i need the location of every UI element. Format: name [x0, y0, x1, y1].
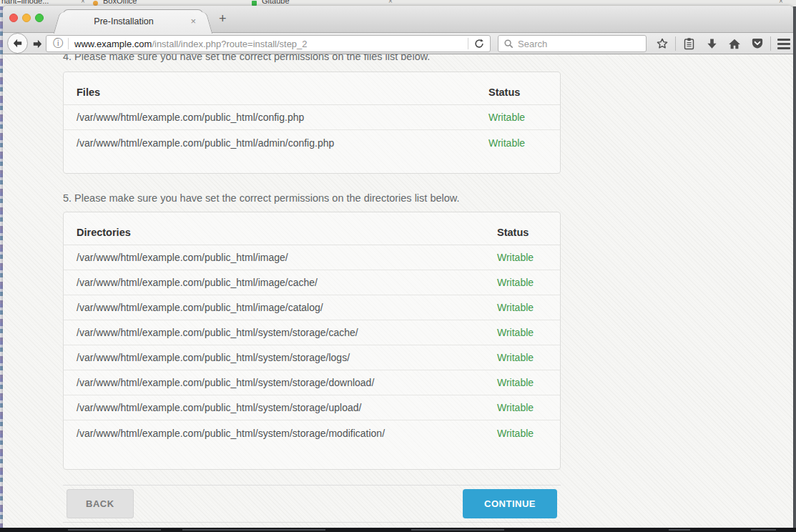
table-row: /var/www/html/example.com/public_html/im… [64, 270, 560, 295]
browser-titlebar: Pre-Installation × + [3, 6, 793, 33]
home-button[interactable] [723, 38, 746, 50]
status-value: Writable [497, 402, 534, 413]
table-row: /var/www/html/example.com/public_html/ad… [64, 130, 560, 155]
url-path: /install/index.php?route=install/step_2 [152, 39, 307, 49]
status-column-header: Status [488, 87, 520, 98]
directories-column-header: Directories [77, 227, 131, 238]
back-button[interactable] [7, 33, 28, 54]
background-tab-label: BoxOffice [103, 0, 137, 5]
directory-path: /var/www/html/example.com/public_html/im… [77, 302, 323, 313]
status-value: Writable [497, 252, 534, 263]
bookmark-star-button[interactable] [651, 37, 674, 50]
forward-button[interactable] [30, 36, 44, 51]
pocket-button[interactable] [746, 38, 769, 49]
status-value: Writable [497, 302, 534, 313]
status-value: Writable [497, 428, 534, 439]
reading-list-button[interactable] [677, 37, 700, 50]
background-tab-label: hant=linode... [1, 0, 49, 5]
background-tab-close-icon: × [779, 0, 783, 5]
files-column-header: Files [77, 87, 100, 98]
browser-navbar: ⓘ www.example.com/install/index.php?rout… [3, 33, 793, 54]
toolbar-divider [770, 36, 771, 51]
directory-path: /var/www/html/example.com/public_html/sy… [77, 352, 350, 363]
toolbar-divider [675, 36, 676, 51]
clipboard-icon [683, 37, 695, 50]
directory-path: /var/www/html/example.com/public_html/im… [77, 277, 318, 288]
zoom-window-button[interactable] [35, 14, 44, 22]
status-value: Writable [488, 112, 525, 123]
directory-path: /var/www/html/example.com/public_html/sy… [77, 377, 374, 388]
background-tab-close-icon: × [81, 0, 85, 5]
directory-path: /var/www/html/example.com/public_html/sy… [77, 327, 358, 338]
directories-table-header: Directories Status [64, 212, 560, 245]
status-value: Writable [497, 327, 534, 338]
table-row: /var/www/html/example.com/public_html/co… [64, 105, 560, 130]
status-value: Writable [488, 137, 525, 149]
background-window-right-edge [793, 6, 796, 532]
close-window-button[interactable] [9, 14, 18, 22]
file-path: /var/www/html/example.com/public_html/ad… [77, 137, 334, 149]
pocket-icon [751, 38, 764, 49]
url-text[interactable]: www.example.com/install/index.php?route=… [74, 39, 468, 49]
search-bar[interactable] [498, 35, 647, 52]
directory-path: /var/www/html/example.com/public_html/sy… [77, 428, 385, 439]
continue-button[interactable]: CONTINUE [463, 489, 557, 518]
directory-path: /var/www/html/example.com/public_html/sy… [77, 402, 361, 413]
site-info-icon[interactable]: ⓘ [53, 37, 63, 50]
step4-instruction: 4. Please make sure you have set the cor… [63, 54, 564, 64]
downloads-button[interactable] [700, 38, 723, 50]
status-column-header: Status [497, 227, 529, 238]
background-tab-close-icon: × [388, 0, 393, 5]
table-row: /var/www/html/example.com/public_html/sy… [64, 345, 560, 370]
status-value: Writable [497, 377, 534, 388]
directories-permissions-panel: Directories Status /var/www/html/example… [63, 212, 561, 470]
status-value: Writable [497, 352, 534, 363]
background-tab-label: Gitaube [262, 0, 290, 5]
search-icon [504, 39, 514, 49]
download-icon [706, 38, 718, 50]
urlbar-divider [68, 38, 69, 49]
browser-window: Pre-Installation × + ⓘ www.example.com/i… [3, 6, 793, 528]
gitaube-favicon [252, 1, 257, 6]
back-button-page[interactable]: BACK [67, 489, 134, 518]
files-permissions-panel: Files Status /var/www/html/example.com/p… [63, 72, 561, 174]
table-row: /var/www/html/example.com/public_html/sy… [64, 370, 560, 395]
step5-instruction: 5. Please make sure you have set the cor… [63, 191, 564, 205]
home-icon [728, 38, 741, 50]
tab-title: Pre-Installation [64, 16, 184, 26]
menu-button[interactable] [772, 39, 793, 49]
file-path: /var/www/html/example.com/public_html/co… [77, 112, 304, 123]
table-row: /var/www/html/example.com/public_html/im… [64, 245, 560, 270]
directory-path: /var/www/html/example.com/public_html/im… [77, 252, 288, 263]
background-window-bottom-edge [0, 528, 796, 532]
table-row: /var/www/html/example.com/public_html/sy… [64, 420, 560, 445]
table-row: /var/www/html/example.com/public_html/sy… [64, 320, 560, 345]
back-arrow-icon [12, 39, 23, 48]
status-value: Writable [497, 277, 534, 288]
star-icon [656, 37, 669, 50]
table-row: /var/www/html/example.com/public_html/im… [64, 295, 560, 320]
url-bar[interactable]: ⓘ www.example.com/install/index.php?rout… [46, 35, 491, 52]
reload-button[interactable] [468, 39, 490, 49]
page-viewport: 4. Please make sure you have set the cor… [3, 54, 793, 528]
boxoffice-favicon [93, 1, 98, 6]
reload-icon [474, 39, 484, 49]
new-tab-button[interactable]: + [219, 11, 227, 26]
files-table-header: Files Status [64, 72, 560, 105]
table-row: /var/www/html/example.com/public_html/sy… [64, 395, 560, 420]
wizard-footer: BACK CONTINUE [63, 485, 561, 523]
tab-close-icon[interactable]: × [190, 16, 196, 26]
tab-pre-installation[interactable]: Pre-Installation × [63, 9, 203, 34]
minimize-window-button[interactable] [22, 14, 31, 22]
hamburger-icon [777, 39, 790, 49]
url-host: www.example.com [74, 39, 152, 49]
search-input[interactable] [518, 39, 646, 49]
forward-arrow-icon [32, 39, 43, 49]
